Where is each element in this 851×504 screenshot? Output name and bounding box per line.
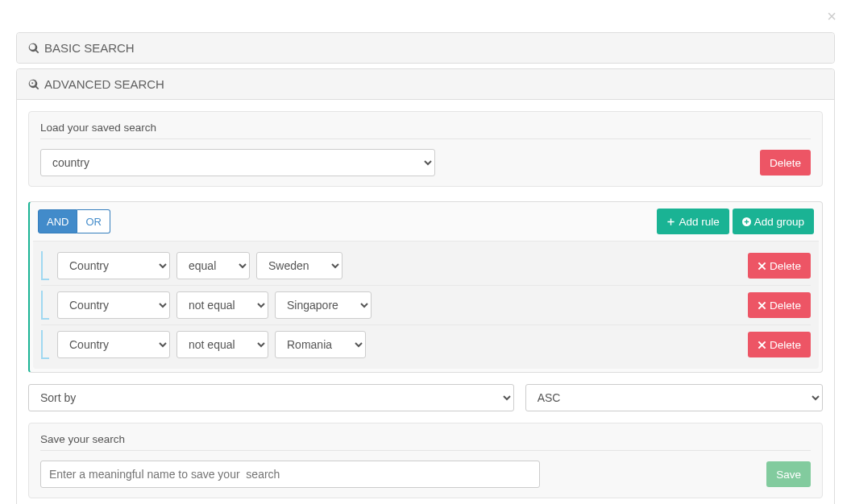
delete-rule-label: Delete bbox=[770, 300, 801, 312]
saved-search-select[interactable]: country bbox=[40, 149, 435, 176]
or-toggle[interactable]: OR bbox=[77, 209, 110, 233]
advanced-search-title: ADVANCED SEARCH bbox=[44, 77, 164, 91]
plus-circle-icon bbox=[742, 217, 751, 226]
close-icon bbox=[758, 262, 766, 271]
basic-search-panel: BASIC SEARCH bbox=[16, 32, 835, 64]
load-search-section: Load your saved search country Delete bbox=[28, 111, 823, 187]
rule-value-select[interactable]: Singapore bbox=[275, 291, 372, 319]
query-builder: AND OR Add rule Add group bbox=[28, 201, 823, 373]
rule-field-select[interactable]: Country bbox=[57, 331, 170, 358]
delete-rule-label: Delete bbox=[770, 339, 801, 351]
add-group-label: Add group bbox=[754, 216, 804, 228]
add-rule-button[interactable]: Add rule bbox=[657, 209, 729, 234]
close-icon bbox=[758, 301, 766, 310]
rule-row: Country equal Sweden Delete bbox=[41, 246, 811, 285]
save-search-section: Save your search Save bbox=[28, 423, 823, 498]
condition-toggle: AND OR bbox=[38, 209, 110, 233]
basic-search-header[interactable]: BASIC SEARCH bbox=[17, 33, 834, 63]
advanced-search-header[interactable]: ADVANCED SEARCH bbox=[17, 69, 834, 100]
sort-direction-select[interactable]: ASC bbox=[525, 384, 823, 411]
rule-value-select[interactable]: Romania bbox=[275, 331, 366, 358]
save-search-label: Save your search bbox=[40, 433, 811, 451]
rule-operator-select[interactable]: equal bbox=[176, 252, 250, 279]
plus-icon bbox=[666, 217, 675, 226]
add-rule-label: Add rule bbox=[679, 216, 719, 228]
sort-by-select[interactable]: Sort by bbox=[28, 384, 514, 411]
delete-rule-button[interactable]: Delete bbox=[748, 332, 811, 357]
rule-row: Country not equal Singapore Delete bbox=[41, 285, 811, 324]
delete-rule-label: Delete bbox=[770, 260, 801, 272]
save-button[interactable]: Save bbox=[766, 461, 811, 487]
delete-rule-button[interactable]: Delete bbox=[748, 253, 811, 279]
rule-operator-select[interactable]: not equal bbox=[176, 291, 268, 319]
close-icon bbox=[758, 341, 766, 349]
save-search-input[interactable] bbox=[40, 461, 540, 488]
sort-row: Sort by ASC bbox=[28, 384, 823, 411]
rule-field-select[interactable]: Country bbox=[57, 252, 170, 279]
delete-rule-button[interactable]: Delete bbox=[748, 292, 811, 318]
search-zoom-icon bbox=[28, 79, 39, 90]
search-icon bbox=[28, 43, 39, 54]
rules-list: Country equal Sweden Delete Country not … bbox=[33, 241, 819, 369]
add-group-button[interactable]: Add group bbox=[733, 209, 814, 234]
close-icon[interactable]: × bbox=[827, 8, 836, 24]
load-search-label: Load your saved search bbox=[40, 122, 811, 139]
advanced-search-panel: ADVANCED SEARCH Load your saved search c… bbox=[16, 68, 835, 504]
rule-field-select[interactable]: Country bbox=[57, 291, 170, 319]
rule-operator-select[interactable]: not equal bbox=[176, 331, 268, 358]
delete-saved-search-button[interactable]: Delete bbox=[760, 150, 811, 176]
rule-value-select[interactable]: Sweden bbox=[256, 252, 342, 279]
rule-row: Country not equal Romania Delete bbox=[41, 324, 811, 364]
and-toggle[interactable]: AND bbox=[38, 209, 77, 233]
basic-search-title: BASIC SEARCH bbox=[44, 41, 135, 55]
